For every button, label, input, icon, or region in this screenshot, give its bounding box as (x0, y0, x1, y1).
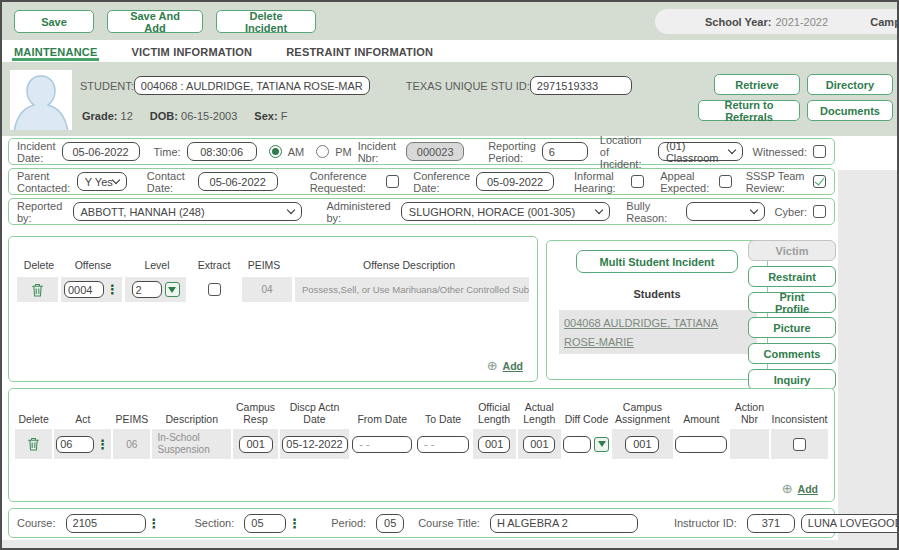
inconsistent-cell (771, 429, 828, 459)
incident-nbr-input (406, 142, 464, 161)
bottom-gutter (2, 540, 897, 548)
cyber-checkbox[interactable] (813, 205, 826, 218)
discp-actn-date-input[interactable] (282, 436, 348, 453)
trash-icon[interactable] (27, 437, 40, 451)
instructor-id-input[interactable] (747, 514, 795, 533)
comments-button[interactable]: Comments (748, 343, 836, 364)
delete-incident-button[interactable]: Delete Incident (216, 10, 316, 33)
sssp-team-review-label: SSSP Team Review: (746, 170, 807, 194)
appeal-expected-checkbox[interactable] (719, 175, 732, 188)
offense-add-link[interactable]: ⊕ Add (487, 358, 523, 373)
action-col-action-nbr: Action Nbr (730, 401, 769, 425)
retrieve-button[interactable]: Retrieve (714, 74, 800, 95)
administered-by-select[interactable]: SLUGHORN, HORACE (001-305) (401, 202, 610, 221)
contact-date-input[interactable] (198, 172, 278, 191)
campus-assignment-input[interactable] (625, 436, 659, 453)
to-date-cell (416, 429, 471, 459)
pm-radio[interactable] (316, 145, 329, 158)
ellipsis-lookup-icon[interactable]: ⋮ (288, 518, 301, 529)
location-select[interactable]: (01) Classroom (658, 142, 743, 161)
action-col-diff-code: Diff Code (563, 413, 610, 425)
offense-level-input[interactable] (132, 281, 162, 298)
diff-code-input[interactable] (563, 436, 591, 453)
main-content: Incident Date: Time: AM PM Incident Nbr:… (2, 136, 897, 548)
trash-icon[interactable] (31, 283, 44, 297)
multi-student-incident-button[interactable]: Multi Student Incident (576, 250, 738, 273)
bully-reason-select[interactable] (686, 202, 765, 221)
offense-code-input[interactable] (64, 281, 104, 298)
time-input[interactable] (187, 142, 257, 161)
school-year: School Year:2021-2022 (705, 16, 828, 28)
parent-contacted-select[interactable]: Y Yes (77, 172, 127, 191)
location-label: Location of Incident: (600, 134, 652, 170)
to-date-input[interactable] (417, 436, 469, 453)
course-title-label: Course Title: (418, 517, 480, 529)
dropdown-arrow-icon[interactable] (165, 282, 180, 297)
from-date-input[interactable] (352, 436, 412, 453)
period-input[interactable] (376, 514, 404, 533)
informal-hearing-checkbox[interactable] (631, 175, 644, 188)
conference-date-input[interactable] (476, 172, 554, 191)
course-panel: Course: ⋮ Section: ⋮ Period: Course Titl… (8, 508, 835, 538)
witnessed-checkbox[interactable] (813, 145, 826, 158)
action-code-cell: ⋮ (54, 429, 111, 459)
reporting-period-input[interactable] (542, 142, 588, 161)
inconsistent-checkbox[interactable] (793, 438, 806, 451)
offense-table-row: ⋮ 04 Possess,Sell, or Use Marihuana/Othe… (17, 277, 529, 302)
return-to-referrals-button[interactable]: Return to Referrals (698, 100, 800, 121)
administered-by-value: SLUGHORN, HORACE (001-305) (409, 206, 575, 218)
reported-by-select[interactable]: ABBOTT, HANNAH (248) (73, 202, 303, 221)
sssp-team-review-checkbox[interactable] (813, 175, 826, 188)
offense-add-label: Add (503, 360, 523, 372)
offense-table-header: Delete Offense Level Extract PEIMS Offen… (17, 259, 529, 271)
documents-button[interactable]: Documents (807, 100, 893, 121)
action-col-peims: PEIMS (113, 413, 150, 425)
student-input[interactable] (134, 76, 370, 95)
am-radio[interactable] (269, 145, 282, 158)
tab-victim-information[interactable]: VICTIM INFORMATION (129, 46, 254, 61)
campus-resp-input[interactable] (239, 436, 273, 453)
action-code-input[interactable] (56, 436, 94, 453)
course-title-input[interactable] (490, 514, 638, 533)
inquiry-button[interactable]: Inquiry (748, 369, 836, 390)
directory-button[interactable]: Directory (807, 74, 893, 95)
reporting-period-label: Reporting Period: (488, 140, 536, 164)
offense-col-description: Offense Description (289, 259, 529, 271)
save-button[interactable]: Save (14, 10, 94, 33)
conference-requested-checkbox[interactable] (386, 175, 399, 188)
action-col-act: Act (54, 413, 111, 425)
offense-description-cell: Possess,Sell, or Use Marihuana/Other Con… (295, 277, 529, 302)
course-input[interactable] (66, 514, 146, 533)
instructor-name-input[interactable] (801, 514, 899, 533)
action-add-link[interactable]: ⊕ Add (782, 481, 818, 496)
unique-id-input[interactable] (530, 76, 632, 95)
action-peims-value: 06 (126, 439, 137, 450)
action-table-header: Delete Act PEIMS Description Campus Resp… (15, 401, 828, 425)
chevron-down-icon (727, 145, 735, 153)
offense-peims-value: 04 (261, 284, 272, 295)
tab-restraint-information[interactable]: RESTRAINT INFORMATION (284, 46, 435, 61)
ellipsis-lookup-icon[interactable]: ⋮ (96, 439, 109, 450)
victim-button: Victim (748, 240, 836, 261)
official-length-input[interactable] (478, 436, 510, 453)
print-profile-button[interactable]: Print Profile (748, 292, 836, 313)
offense-description-value: Possess,Sell, or Use Marihuana/Other Con… (302, 284, 529, 295)
picture-button[interactable]: Picture (748, 317, 836, 338)
extract-checkbox[interactable] (208, 283, 221, 296)
dob-value: 06-15-2003 (181, 110, 237, 122)
restraint-button[interactable]: Restraint (748, 266, 836, 287)
section-input[interactable] (244, 514, 286, 533)
actual-length-input[interactable] (523, 436, 555, 453)
tab-maintenance[interactable]: MAINTENANCE (12, 46, 99, 61)
period-label: Period: (331, 517, 366, 529)
ellipsis-lookup-icon[interactable]: ⋮ (106, 284, 119, 295)
action-col-description: Description (152, 413, 231, 425)
student-link[interactable]: 004068 AULDRIDGE, TATIANA ROSE-MARIE (564, 317, 718, 348)
action-col-campus-assignment: Campus Assignment (612, 401, 673, 425)
save-and-add-button[interactable]: Save And Add (107, 10, 203, 33)
pm-label: PM (335, 146, 352, 158)
incident-date-input[interactable] (62, 142, 140, 161)
dropdown-arrow-icon[interactable] (594, 437, 609, 452)
amount-input[interactable] (675, 436, 727, 453)
ellipsis-lookup-icon[interactable]: ⋮ (148, 518, 161, 529)
